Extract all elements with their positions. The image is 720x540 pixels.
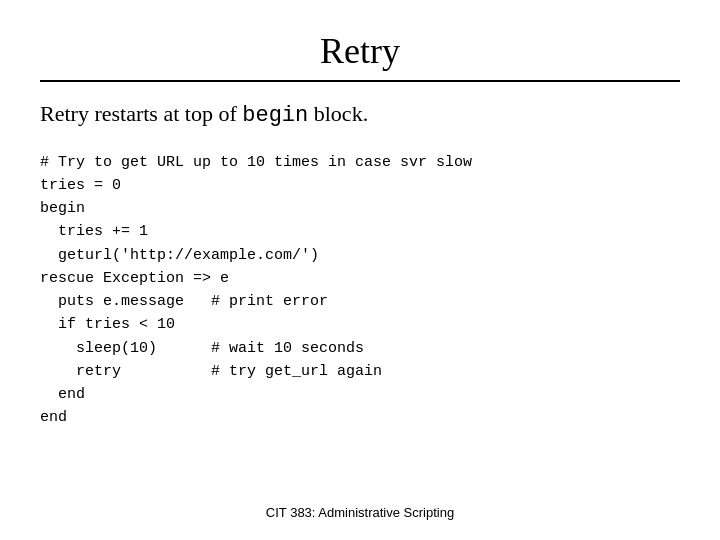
page-title: Retry: [40, 30, 680, 72]
title-divider: [40, 80, 680, 82]
code-block: # Try to get URL up to 10 times in case …: [40, 151, 680, 495]
subtitle-code: begin: [242, 103, 308, 128]
subtitle-suffix: block.: [308, 101, 368, 126]
subtitle: Retry restarts at top of begin block.: [40, 100, 680, 131]
subtitle-text: Retry restarts at top of: [40, 101, 242, 126]
footer: CIT 383: Administrative Scripting: [40, 505, 680, 520]
slide: Retry Retry restarts at top of begin blo…: [0, 0, 720, 540]
